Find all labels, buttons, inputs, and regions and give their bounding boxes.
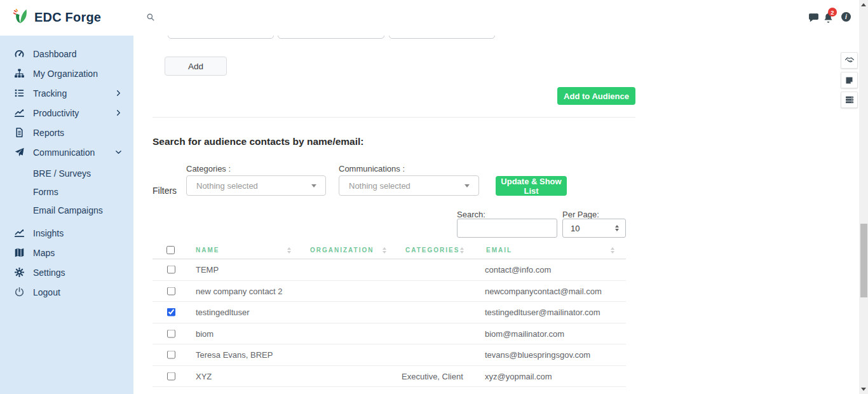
select-all-checkbox[interactable] (166, 246, 175, 254)
sidebar-item-maps[interactable]: Maps (0, 243, 133, 262)
sidebar-subitem-email-campaigns[interactable]: Email Campaigns (0, 201, 133, 219)
row-checkbox[interactable] (167, 372, 175, 380)
filters-label: Filters (153, 186, 177, 196)
chart-line-icon (14, 228, 25, 238)
sort-icon[interactable] (383, 247, 386, 254)
cell-name: biom (196, 329, 214, 338)
sidebar-item-reports[interactable]: Reports (0, 123, 133, 142)
row-checkbox[interactable] (167, 287, 175, 295)
sidebar-item-label: Communication (33, 147, 95, 158)
org-chart-icon (14, 68, 25, 79)
per-page-select[interactable]: 10 (562, 219, 626, 238)
sidebar-item-insights[interactable]: Insights (0, 223, 133, 243)
handshake-tool-button[interactable] (841, 52, 858, 69)
sidebar-item-label: Insights (33, 228, 64, 238)
communications-label: Communications : (339, 164, 405, 173)
topbar: EDC Forge 2 i (0, 0, 868, 36)
contacts-table: TEMP contact@info.com new company contac… (153, 259, 626, 387)
page-title: Search for audience contacts by name/ema… (153, 136, 364, 147)
row-checkbox[interactable] (167, 329, 175, 337)
add-to-audience-button[interactable]: Add to Audience (557, 87, 635, 105)
chevron-down-icon (115, 149, 122, 156)
page: Add Add to Audience Search for audience … (0, 0, 868, 394)
col-header-name[interactable]: NAME (196, 247, 219, 254)
cell-name: new company contact 2 (196, 286, 283, 296)
cell-email: biom@mailinator.com (485, 329, 564, 338)
communications-dropdown[interactable]: Nothing selected (339, 175, 479, 196)
table-row[interactable]: biom biom@mailinator.com (153, 323, 626, 345)
table-row[interactable]: Teresa Evans, BREP tevans@bluespringsgov… (153, 344, 626, 366)
scrollbar-thumb[interactable] (860, 224, 867, 297)
sidebar-item-logout[interactable]: Logout (0, 282, 133, 302)
sidebar-item-label: Productivity (33, 108, 79, 118)
update-show-list-button[interactable]: Update & Show List (496, 176, 567, 196)
power-icon (14, 287, 25, 297)
chevron-down-icon (311, 184, 316, 187)
search-label: Search: (457, 210, 485, 219)
table-row[interactable]: XYZ Executive, Client xyz@yopmail.com (153, 366, 626, 388)
sidebar-item-settings[interactable]: Settings (0, 262, 133, 282)
cell-email: tevans@bluespringsgov.com (485, 350, 590, 360)
row-checkbox[interactable] (167, 308, 175, 316)
per-page-label: Per Page: (562, 210, 599, 219)
sidebar-item-label: Maps (33, 248, 55, 258)
table-row[interactable]: TEMP contact@info.com (153, 259, 626, 281)
list-icon (14, 88, 25, 98)
table-row[interactable]: testingedltuser testingedltuser@mailinat… (153, 302, 626, 323)
row-checkbox[interactable] (167, 266, 175, 274)
note-tool-button[interactable] (841, 72, 858, 88)
col-header-email[interactable]: EMAIL (486, 247, 512, 254)
cell-email: testingedltuser@mailinator.com (485, 308, 600, 317)
cell-categories: Executive, Client (402, 371, 463, 381)
chat-icon[interactable] (808, 12, 819, 23)
search-icon[interactable] (146, 13, 155, 22)
document-icon (14, 127, 25, 138)
sort-icon[interactable] (460, 247, 464, 254)
cell-name: testingedltuser (196, 308, 250, 317)
sidebar-item-dashboard[interactable]: Dashboard (0, 44, 133, 64)
scroll-up-arrow-icon[interactable] (861, 3, 866, 6)
sort-icon[interactable] (611, 247, 614, 254)
sort-icon[interactable] (287, 247, 291, 254)
page-scrollbar[interactable] (859, 0, 868, 394)
section-divider (153, 117, 635, 118)
row-checkbox[interactable] (167, 351, 175, 359)
cell-name: TEMP (196, 265, 219, 275)
sidebar-item-tracking[interactable]: Tracking (0, 83, 133, 103)
brand-logo[interactable]: EDC Forge (11, 8, 101, 27)
map-icon (14, 247, 25, 258)
chevron-right-icon (115, 90, 122, 97)
edc-forge-logo-icon (11, 8, 31, 27)
info-icon[interactable]: i (841, 12, 851, 22)
brand-name: EDC Forge (34, 10, 101, 25)
sidebar-item-label: Tracking (33, 88, 67, 98)
sidebar-item-label: Logout (33, 287, 60, 297)
cell-email: contact@info.com (485, 265, 551, 275)
stacked-list-icon (844, 95, 855, 105)
sidebar-item-communication[interactable]: Communication (0, 142, 133, 162)
stepper-icon (615, 225, 619, 231)
sidebar-subitem-forms[interactable]: Forms (0, 182, 133, 201)
col-header-categories[interactable]: CATEGORIES (405, 247, 459, 254)
cell-name: Teresa Evans, BREP (196, 350, 273, 360)
table-row[interactable]: new company contact 2 newcompanycontact@… (153, 281, 626, 302)
categories-dropdown-value: Nothing selected (196, 181, 311, 191)
sidebar-item-productivity[interactable]: Productivity (0, 103, 133, 123)
sidebar-item-label: My Organization (33, 69, 98, 79)
sidebar-item-my-organization[interactable]: My Organization (0, 64, 133, 83)
scroll-down-arrow-icon[interactable] (861, 388, 866, 391)
paper-plane-icon (14, 147, 25, 158)
table-search-input[interactable] (457, 219, 557, 238)
sidebar-item-label: Settings (33, 268, 65, 278)
note-icon (844, 76, 854, 85)
add-button[interactable]: Add (165, 57, 227, 76)
handshake-icon (844, 55, 855, 65)
cell-email: newcompanycontact@mail.com (485, 286, 602, 296)
categories-dropdown[interactable]: Nothing selected (186, 175, 326, 196)
col-header-organization[interactable]: ORGANIZATION (310, 247, 374, 254)
sidebar-subitem-bre-surveys[interactable]: BRE / Surveys (0, 164, 133, 182)
chart-line-icon (14, 107, 25, 118)
sidebar: Dashboard My Organization Tracking Produ… (0, 36, 133, 394)
list-tool-button[interactable] (841, 92, 858, 108)
notification-badge[interactable]: 2 (828, 8, 837, 17)
